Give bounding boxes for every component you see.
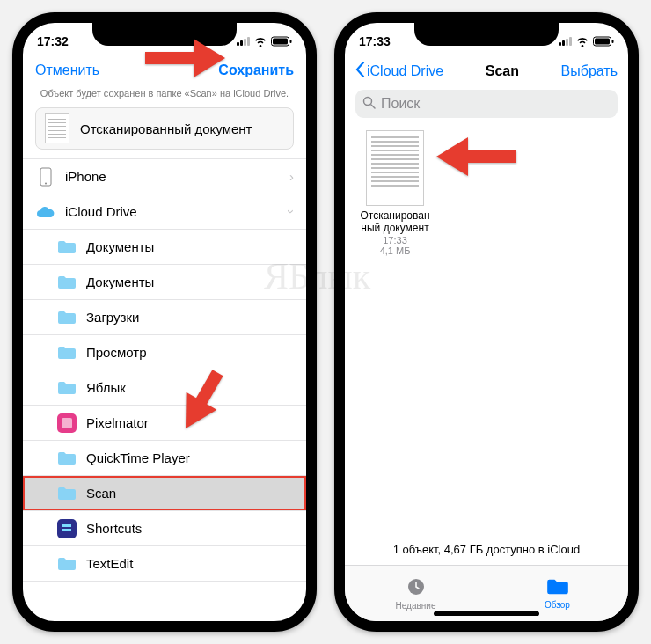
wifi-icon	[575, 36, 589, 47]
folder-row[interactable]: Просмотр	[23, 335, 306, 370]
row-label: QuickTime Player	[86, 450, 190, 465]
row-label: Яблык	[86, 380, 126, 395]
battery-icon	[271, 36, 292, 47]
tab-label: Обзор	[545, 600, 570, 610]
icloud-icon	[35, 201, 56, 223]
clock-icon	[406, 576, 427, 599]
save-button[interactable]: Сохранить	[218, 62, 294, 78]
wifi-icon	[253, 36, 267, 47]
folder-icon	[56, 272, 77, 293]
page-title: Scan	[486, 63, 519, 79]
chevron-left-icon	[355, 62, 365, 81]
annotation-arrow	[433, 134, 521, 179]
file-time: 17:33	[355, 235, 435, 245]
tab-label: Недавние	[396, 601, 436, 611]
back-label: iCloud Drive	[367, 63, 443, 79]
folder-row[interactable]: Документы	[23, 265, 306, 300]
status-time: 17:32	[37, 34, 69, 48]
svg-rect-6	[62, 418, 72, 428]
row-label: Документы	[86, 239, 154, 254]
svg-point-11	[364, 97, 372, 105]
nav-bar: iCloud Drive Scan Выбрать	[345, 55, 628, 88]
battery-icon	[593, 36, 614, 47]
cancel-button[interactable]: Отменить	[35, 62, 99, 78]
svg-rect-9	[595, 39, 610, 45]
row-label: Загрузки	[86, 310, 139, 325]
storage-footer: 1 объект, 4,67 ГБ доступно в iCloud	[345, 538, 628, 561]
folder-row[interactable]: QuickTime Player	[23, 441, 306, 476]
doc-thumb-icon	[366, 130, 424, 206]
row-label: Просмотр	[86, 345, 147, 360]
shortcuts-icon	[56, 518, 77, 539]
cell-signal-icon	[559, 37, 572, 46]
folder-icon	[56, 307, 77, 328]
folder-icon	[56, 483, 77, 504]
folder-row-scan[interactable]: Scan	[23, 476, 306, 511]
folder-row[interactable]: Яблык	[23, 370, 306, 406]
save-subtitle: Объект будет сохранен в папке «Scan» на …	[23, 86, 306, 104]
folder-row[interactable]: Shortcuts	[23, 511, 306, 546]
search-icon	[362, 96, 376, 113]
annotation-arrow	[167, 355, 238, 443]
filename-input[interactable]	[78, 121, 284, 137]
svg-rect-10	[612, 40, 614, 43]
svg-point-4	[45, 182, 47, 184]
folder-icon	[56, 553, 77, 574]
svg-line-12	[371, 105, 375, 108]
pixelmator-icon	[56, 413, 77, 434]
location-iphone[interactable]: iPhone ›	[23, 159, 306, 194]
iphone-icon	[35, 166, 56, 187]
folder-icon	[56, 448, 77, 469]
search-input[interactable]: Поиск	[355, 90, 618, 118]
cell-signal-icon	[237, 37, 250, 46]
home-indicator[interactable]	[434, 611, 539, 616]
svg-rect-2	[290, 40, 292, 43]
select-button[interactable]: Выбрать	[561, 63, 618, 79]
status-time: 17:33	[359, 34, 391, 48]
folder-row[interactable]: Загрузки	[23, 300, 306, 335]
folder-row[interactable]: Документы	[23, 230, 306, 265]
phone-save-dialog: 17:32 Отменить Сохранить Объект будет со…	[12, 12, 317, 632]
notch	[414, 21, 559, 46]
chevron-down-icon: ›	[284, 209, 299, 214]
folder-icon	[56, 377, 77, 399]
chevron-right-icon: ›	[289, 169, 294, 184]
row-label: iCloud Drive	[65, 204, 137, 219]
phone-files-app: 17:33 iCloud Drive Scan Выбрать Поиск От…	[334, 12, 639, 632]
row-label: Документы	[86, 274, 154, 289]
row-label: TextEdit	[86, 556, 133, 571]
folder-row[interactable]: Pixelmator	[23, 406, 306, 441]
location-list: iPhone › iCloud Drive › Документы Докуме…	[23, 158, 306, 582]
file-item[interactable]: Отсканированный документ 17:33 4,1 МБ	[355, 130, 435, 256]
filename-box[interactable]	[35, 107, 294, 150]
annotation-arrow	[141, 35, 229, 81]
folder-icon	[546, 577, 569, 598]
folder-icon	[56, 237, 77, 258]
folder-row[interactable]: TextEdit	[23, 546, 306, 582]
row-label: iPhone	[65, 169, 106, 184]
search-placeholder: Поиск	[381, 96, 420, 112]
file-size: 4,1 МБ	[355, 245, 435, 256]
doc-thumb-icon	[45, 113, 69, 143]
row-label: Pixelmator	[86, 415, 149, 430]
file-name: Отсканированный документ	[355, 209, 435, 235]
back-button[interactable]: iCloud Drive	[355, 62, 443, 81]
location-icloud[interactable]: iCloud Drive ›	[23, 194, 306, 230]
folder-icon	[56, 342, 77, 363]
row-label: Shortcuts	[86, 521, 142, 536]
row-label: Scan	[86, 486, 116, 501]
svg-rect-1	[273, 39, 288, 45]
